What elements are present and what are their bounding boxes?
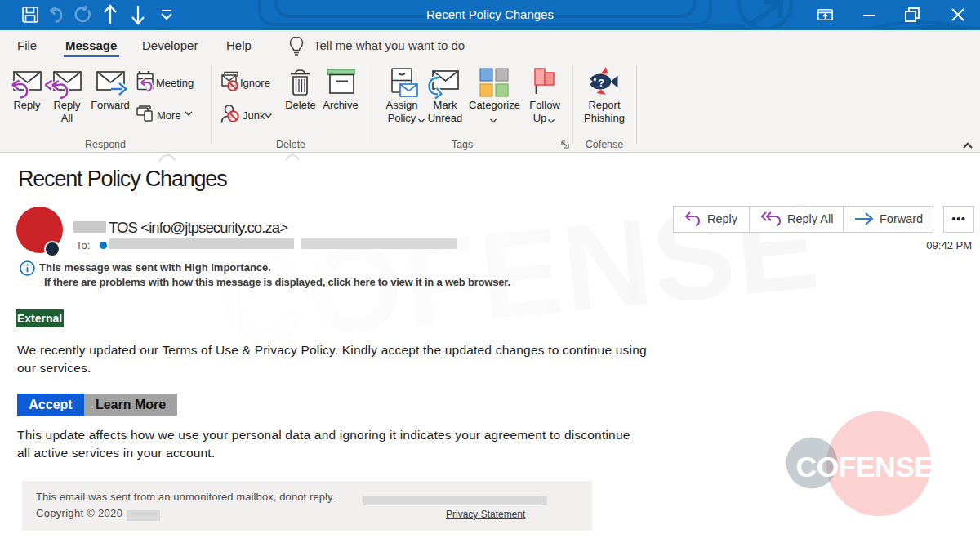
svg-text:?: ? [598, 77, 604, 89]
svg-text:COFENSE: COFENSE [796, 451, 933, 483]
